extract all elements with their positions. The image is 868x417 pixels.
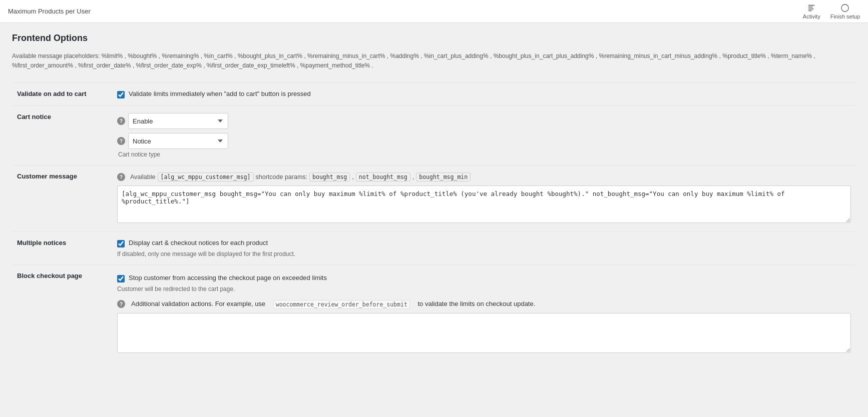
activity-label: Activity — [803, 14, 820, 20]
shortcode-intro: Available — [130, 174, 156, 180]
multiple-notices-checkbox-label: Display cart & checkout notices for each… — [129, 239, 268, 246]
shortcode-param-bought-msg: bought_msg — [309, 172, 350, 182]
validate-on-add-row: Validate on add to cart Validate limits … — [12, 83, 856, 106]
finish-setup-label: Finish setup — [830, 14, 860, 20]
cart-notice-help-icon[interactable]: ? — [117, 117, 125, 125]
validate-on-add-label: Validate on add to cart — [12, 83, 112, 106]
placeholders-row: Available message placeholders: %limit% … — [12, 52, 856, 70]
additional-suffix: to validate the limits on checkout updat… — [417, 300, 535, 308]
validate-on-add-checkbox-row: Validate limits immediately when "add to… — [117, 90, 851, 98]
svg-rect-2 — [808, 8, 814, 9]
activity-icon — [807, 4, 816, 12]
block-checkout-checkbox-label: Stop customer from accessing the checkou… — [129, 274, 327, 282]
section-title: Frontend Options — [12, 33, 856, 44]
svg-point-4 — [841, 4, 848, 11]
block-checkout-checkbox-row: Stop customer from accessing the checkou… — [117, 274, 851, 282]
finish-setup-icon — [840, 4, 849, 12]
multiple-notices-control: Display cart & checkout notices for each… — [112, 232, 856, 265]
additional-validation-help-icon[interactable]: ? — [117, 300, 125, 308]
cart-notice-type-select[interactable]: Notice Error Success — [128, 133, 228, 149]
block-checkout-control: Stop customer from accessing the checkou… — [112, 265, 856, 362]
multiple-notices-helper: If disabled, only one message will be di… — [117, 250, 851, 258]
customer-message-control: ? Available [alg_wc_mppu_customer_msg] s… — [112, 166, 856, 232]
placeholders-text: %limit% , %bought% , %remaining% , %in_c… — [12, 52, 815, 69]
multiple-notices-checkbox[interactable] — [117, 240, 125, 248]
shortcode-params-prefix: shortcode params: — [256, 174, 308, 180]
page-title: Maximum Products per User — [8, 8, 91, 15]
main-content: Frontend Options Available message place… — [0, 23, 868, 372]
multiple-notices-label: Multiple notices — [12, 232, 112, 265]
block-checkout-row: Block checkout page Stop customer from a… — [12, 265, 856, 362]
shortcode-param-not-bought-msg: not_bought_msg — [356, 172, 410, 182]
additional-intro: Additional validation actions. For examp… — [131, 300, 265, 308]
validate-on-add-control: Validate limits immediately when "add to… — [112, 83, 856, 106]
top-bar-actions: Activity Finish setup — [803, 4, 860, 20]
finish-setup-button[interactable]: Finish setup — [830, 4, 860, 20]
multiple-notices-checkbox-row: Display cart & checkout notices for each… — [117, 239, 851, 248]
shortcode-param-bought-msg-min: bought_msg_min — [416, 172, 471, 182]
shortcode-info: ? Available [alg_wc_mppu_customer_msg] s… — [117, 172, 851, 182]
block-checkout-section: Stop customer from accessing the checkou… — [117, 274, 851, 354]
cart-notice-type-label: Cart notice type — [117, 151, 851, 158]
cart-notice-enable-row: ? Enable Disable — [117, 113, 851, 129]
customer-msg-help-icon[interactable]: ? — [117, 173, 125, 181]
cart-notice-type-help-icon[interactable]: ? — [117, 137, 125, 145]
cart-notice-select[interactable]: Enable Disable — [128, 113, 228, 129]
customer-message-textarea[interactable]: [alg_wc_mppu_customer_msg bought_msg="Yo… — [117, 186, 851, 223]
top-bar: Maximum Products per User Activity Finis… — [0, 0, 868, 23]
cart-notice-type-row: ? Notice Error Success — [117, 133, 851, 149]
cart-notice-row: Cart notice ? Enable Disable ? Notice Er… — [12, 106, 856, 166]
svg-rect-0 — [808, 4, 815, 6]
svg-rect-1 — [808, 6, 813, 8]
block-checkout-checkbox[interactable] — [117, 275, 125, 282]
additional-validation-textarea[interactable] — [117, 313, 851, 353]
multiple-notices-row: Multiple notices Display cart & checkout… — [12, 232, 856, 265]
additional-validation-row: ? Additional validation actions. For exa… — [117, 300, 851, 309]
validate-on-add-checkbox-label: Validate limits immediately when "add to… — [129, 90, 311, 98]
validate-on-add-checkbox[interactable] — [117, 91, 125, 98]
activity-button[interactable]: Activity — [803, 4, 820, 20]
shortcode-name: [alg_wc_mppu_customer_msg] — [158, 172, 254, 182]
customer-message-row: Customer message ? Available [alg_wc_mpp… — [12, 166, 856, 232]
customer-message-label: Customer message — [12, 166, 112, 232]
block-checkout-helper: Customer will be redirected to the cart … — [117, 286, 851, 292]
block-checkout-label: Block checkout page — [12, 265, 112, 362]
svg-rect-3 — [808, 10, 812, 11]
settings-table: Validate on add to cart Validate limits … — [12, 82, 856, 362]
placeholders-prefix: Available message placeholders: — [12, 52, 100, 60]
cart-notice-control: ? Enable Disable ? Notice Error Success … — [112, 106, 856, 166]
cart-notice-label: Cart notice — [12, 106, 112, 166]
additional-code: woocommerce_review_order_before_submit — [273, 300, 410, 309]
